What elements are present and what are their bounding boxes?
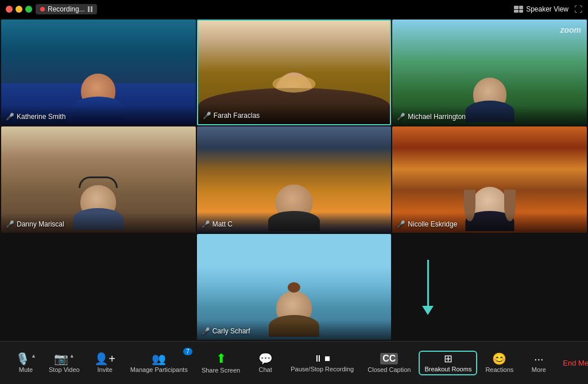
fullscreen-button[interactable] bbox=[25, 6, 32, 13]
chat-icon: 💬 bbox=[258, 353, 273, 364]
invite-icon: 👤+ bbox=[94, 353, 115, 364]
reactions-button[interactable]: 😊 Reactions bbox=[479, 350, 519, 376]
pause-recording-label: Pause/Stop Recording bbox=[291, 366, 354, 373]
video-tile-carly: 🎤 Carly Scharf bbox=[197, 234, 392, 340]
closed-caption-button[interactable]: CC Closed Caption bbox=[362, 350, 416, 376]
video-tile-matt: 🎤 Matt C bbox=[197, 126, 392, 232]
participant-name-michael: 🎤 Michael Harrington bbox=[397, 113, 466, 121]
reactions-icon: 😊 bbox=[492, 353, 506, 364]
video-tile-katherine: 🎤 Katherine Smith bbox=[1, 20, 196, 125]
mic-icon: 🎤 bbox=[6, 113, 14, 121]
speaker-view-button[interactable]: Speaker View bbox=[514, 5, 568, 13]
share-icon: ⬆ bbox=[216, 352, 226, 365]
pause-recording-button[interactable]: ⏸ ⏹ Pause/Stop Recording bbox=[285, 351, 359, 375]
participant-name-farah: 🎤 Farah Faraclas bbox=[203, 112, 260, 120]
reactions-label: Reactions bbox=[485, 366, 513, 373]
mic-icon: 🎙️ bbox=[16, 353, 30, 364]
participant-name-nicolle: 🎤 Nicolle Eskridge bbox=[397, 220, 457, 228]
toolbar-right: End Meeting bbox=[556, 354, 588, 372]
speaker-view-icon bbox=[514, 6, 523, 13]
breakout-icon: ⊞ bbox=[444, 354, 452, 364]
chat-button[interactable]: 💬 Chat bbox=[248, 350, 283, 376]
participants-icon: 👥 bbox=[152, 353, 166, 364]
arrow-shaft bbox=[427, 260, 429, 306]
manage-participants-button[interactable]: 👥 Manage Participants 7 bbox=[125, 350, 194, 376]
breakout-rooms-label: Breakout Rooms bbox=[424, 366, 471, 373]
mute-label: Mute bbox=[19, 366, 33, 373]
pause-recording-icon: ⏸ bbox=[314, 354, 323, 364]
zoom-logo: zoom bbox=[560, 25, 581, 34]
minimize-button[interactable] bbox=[16, 6, 22, 13]
top-bar-right: Speaker View ⛶ bbox=[514, 5, 582, 14]
participant-name-matt: 🎤 Matt C bbox=[202, 220, 233, 228]
video-grid: 🎤 Katherine Smith 🎤 Farah Faraclas zoom … bbox=[0, 18, 588, 341]
mic-icon: 🎤 bbox=[202, 220, 210, 228]
stop-video-button[interactable]: 📷 ▲ Stop Video bbox=[43, 350, 86, 376]
mic-chevron: ▲ bbox=[31, 353, 36, 359]
stop-video-label: Stop Video bbox=[49, 366, 80, 373]
mic-icon: 🎤 bbox=[202, 327, 210, 335]
closed-caption-label: Closed Caption bbox=[368, 366, 411, 373]
mute-button[interactable]: 🎙️ ▲ Mute bbox=[9, 350, 43, 376]
toolbar: 🎙️ ▲ Mute 📷 ▲ Stop Video 👤+ Invite 👥 Man… bbox=[0, 341, 588, 384]
video-tile-farah: 🎤 Farah Faraclas bbox=[197, 20, 392, 125]
more-button[interactable]: ··· More bbox=[521, 350, 556, 376]
toolbar-center: 📷 ▲ Stop Video 👤+ Invite 👥 Manage Partic… bbox=[43, 350, 556, 377]
arrow-head bbox=[422, 306, 434, 315]
share-screen-button[interactable]: ⬆ Share Screen bbox=[196, 350, 246, 377]
pause-icon[interactable] bbox=[88, 6, 92, 12]
recording-badge: Recording... bbox=[36, 4, 97, 14]
top-bar: Recording... Speaker View ⛶ bbox=[0, 0, 588, 18]
expand-icon[interactable]: ⛶ bbox=[574, 5, 582, 14]
more-icon: ··· bbox=[534, 353, 544, 364]
share-screen-label: Share Screen bbox=[202, 367, 240, 374]
participant-name-carly: 🎤 Carly Scharf bbox=[202, 327, 250, 335]
more-label: More bbox=[532, 366, 546, 373]
cc-icon: CC bbox=[380, 353, 398, 364]
video-icon: 📷 bbox=[54, 353, 68, 364]
chat-label: Chat bbox=[259, 366, 272, 373]
manage-participants-label: Manage Participants bbox=[130, 366, 188, 373]
stop-icon: ⏹ bbox=[324, 354, 331, 363]
video-tile-nicolle: 🎤 Nicolle Eskridge bbox=[392, 126, 587, 232]
mic-icon: 🎤 bbox=[397, 113, 405, 121]
participant-name-danny: 🎤 Danny Mariscal bbox=[6, 220, 64, 228]
video-tile-danny: 🎤 Danny Mariscal bbox=[1, 126, 196, 232]
video-tile-michael: zoom 🎤 Michael Harrington bbox=[392, 20, 587, 125]
mic-icon: 🎤 bbox=[6, 220, 14, 228]
speaker-view-label: Speaker View bbox=[526, 5, 568, 13]
participant-name-katherine: 🎤 Katherine Smith bbox=[6, 113, 65, 121]
invite-button[interactable]: 👤+ Invite bbox=[88, 350, 122, 376]
toolbar-left: 🎙️ ▲ Mute bbox=[9, 350, 43, 376]
participant-count: 7 bbox=[183, 348, 192, 355]
close-button[interactable] bbox=[6, 6, 13, 13]
mic-icon: 🎤 bbox=[397, 220, 405, 228]
top-bar-left: Recording... bbox=[6, 4, 97, 14]
recording-label: Recording... bbox=[48, 5, 85, 13]
video-chevron: ▲ bbox=[69, 353, 75, 359]
traffic-lights bbox=[6, 6, 32, 13]
arrow-indicator bbox=[422, 260, 434, 315]
invite-label: Invite bbox=[97, 366, 112, 373]
end-meeting-button[interactable]: End Meeting bbox=[556, 354, 588, 372]
mic-icon: 🎤 bbox=[203, 112, 211, 120]
breakout-rooms-button[interactable]: ⊞ Breakout Rooms bbox=[419, 351, 477, 375]
recording-dot bbox=[40, 7, 45, 11]
